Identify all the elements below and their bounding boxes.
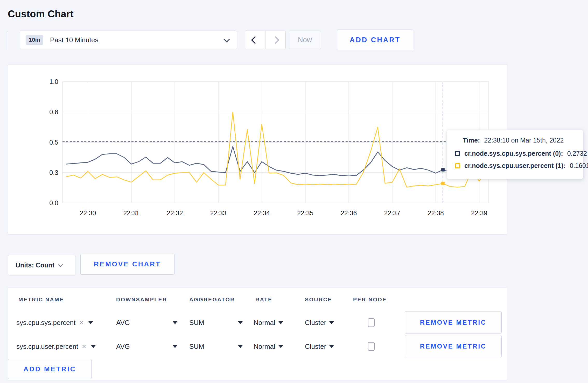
downsampler-select[interactable]: AVG — [116, 311, 177, 335]
caret-down-icon — [91, 345, 96, 348]
tooltip-time-label: Time: — [463, 137, 480, 144]
per-node-cell — [368, 311, 375, 335]
source-select[interactable]: Cluster — [305, 311, 334, 335]
now-button[interactable]: Now — [289, 31, 321, 49]
remove-metric-button[interactable]: REMOVE METRIC — [405, 335, 502, 357]
chevron-right-icon — [271, 36, 279, 44]
add-chart-button[interactable]: ADD CHART — [337, 30, 413, 50]
time-pager — [245, 31, 286, 49]
page-title: Custom Chart — [8, 9, 74, 20]
caret-down-icon — [88, 321, 93, 324]
chart-card: 0.00.30.50.81.022:3022:3122:3222:3322:34… — [8, 64, 507, 235]
per-node-checkbox[interactable] — [368, 318, 375, 327]
x-axis-tick-label: 22:39 — [471, 209, 487, 217]
aggregator-value: SUM — [189, 319, 204, 327]
source-select[interactable]: Cluster — [305, 335, 334, 358]
x-axis-tick-label: 22:30 — [80, 209, 96, 217]
rate-value: Normal — [254, 319, 275, 327]
aggregator-select[interactable]: SUM — [189, 311, 243, 335]
y-axis-tick-label: 0.3 — [49, 169, 58, 176]
column-header-downsampler: DOWNSAMPLER — [116, 296, 167, 303]
downsampler-value: AVG — [116, 319, 130, 327]
aggregator-value: SUM — [189, 343, 204, 351]
source-value: Cluster — [305, 343, 326, 351]
metric-name-cell[interactable]: sys.cpu.user.percent × — [16, 335, 96, 358]
series-line-1 — [66, 112, 486, 187]
chevron-down-icon — [58, 262, 63, 267]
prev-time-button[interactable] — [245, 31, 265, 49]
column-header-source: SOURCE — [305, 296, 332, 303]
y-axis-tick-label: 0.0 — [49, 199, 58, 207]
tooltip-series-name: cr.node.sys.cpu.user.percent (1): — [464, 162, 565, 169]
remove-chart-button[interactable]: REMOVE CHART — [80, 254, 174, 275]
toolbar-divider — [8, 33, 8, 50]
rate-value: Normal — [254, 343, 275, 351]
units-select[interactable]: Units: Count — [8, 255, 75, 275]
caret-down-icon — [278, 321, 283, 324]
rate-select[interactable]: Normal — [254, 311, 283, 335]
caret-down-icon — [329, 345, 334, 348]
tooltip-time-value: 22:38:10 on Mar 15th, 2022 — [484, 137, 564, 144]
x-axis-tick-label: 22:33 — [210, 209, 227, 217]
units-select-label: Units: Count — [16, 261, 54, 269]
caret-down-icon — [329, 321, 334, 324]
downsampler-select[interactable]: AVG — [116, 335, 177, 358]
hover-point-marker — [441, 168, 445, 172]
clear-metric-icon[interactable]: × — [79, 319, 84, 327]
metric-name-cell[interactable]: sys.cpu.sys.percent × — [16, 311, 93, 335]
user-percent-legend-swatch-icon — [455, 163, 460, 168]
y-axis-tick-label: 0.8 — [49, 108, 58, 116]
downsampler-value: AVG — [116, 343, 130, 351]
tooltip-series-value: 0.2732 — [567, 150, 587, 157]
y-axis-tick-label: 1.0 — [49, 78, 58, 85]
per-node-checkbox[interactable] — [368, 342, 375, 351]
time-range-badge: 10m — [26, 35, 43, 45]
caret-down-icon — [238, 345, 243, 348]
tooltip-series-row: cr.node.sys.cpu.sys.percent (0): 0.2732 — [455, 150, 575, 157]
rate-select[interactable]: Normal — [254, 335, 283, 358]
metric-name-label: sys.cpu.user.percent — [16, 343, 78, 351]
x-axis-tick-label: 22:38 — [428, 209, 444, 217]
chevron-down-icon — [223, 36, 230, 42]
tooltip-series-value: 0.1601 — [570, 162, 588, 169]
add-metric-button[interactable]: ADD METRIC — [8, 359, 92, 379]
x-axis-tick-label: 22:32 — [167, 209, 183, 217]
remove-metric-button[interactable]: REMOVE METRIC — [405, 311, 502, 334]
x-axis-tick-label: 22:37 — [384, 209, 401, 217]
time-range-dropdown[interactable]: 10m Past 10 Minutes — [20, 31, 237, 49]
sys-percent-legend-swatch-icon — [455, 151, 460, 156]
y-axis-tick-label: 0.5 — [49, 139, 58, 146]
x-axis-tick-label: 22:34 — [254, 209, 270, 217]
clear-metric-icon[interactable]: × — [82, 343, 86, 350]
source-value: Cluster — [305, 319, 326, 327]
chevron-left-icon — [251, 36, 259, 44]
series-line-0 — [66, 146, 486, 175]
hover-point-marker — [441, 182, 445, 185]
metric-name-label: sys.cpu.sys.percent — [16, 319, 75, 327]
time-range-label: Past 10 Minutes — [50, 36, 98, 44]
tooltip-series-row: cr.node.sys.cpu.user.percent (1): 0.1601 — [455, 162, 575, 169]
chart-tooltip: Time: 22:38:10 on Mar 15th, 2022 cr.node… — [446, 130, 583, 179]
aggregator-select[interactable]: SUM — [189, 335, 243, 358]
x-axis-tick-label: 22:35 — [297, 209, 313, 217]
caret-down-icon — [238, 321, 243, 324]
next-time-button[interactable] — [265, 31, 286, 49]
column-header-metric-name: METRIC NAME — [18, 296, 64, 303]
x-axis-tick-label: 22:36 — [341, 209, 357, 217]
caret-down-icon — [173, 321, 177, 324]
column-header-rate: RATE — [255, 296, 272, 303]
column-header-per-node: PER NODE — [353, 296, 387, 303]
caret-down-icon — [173, 345, 177, 348]
caret-down-icon — [278, 345, 283, 348]
x-axis-tick-label: 22:31 — [123, 209, 139, 217]
column-header-aggregator: AGGREGATOR — [189, 296, 235, 303]
cpu-usage-chart[interactable]: 0.00.30.50.81.022:3022:3122:3222:3322:34… — [8, 65, 507, 235]
per-node-cell — [368, 335, 375, 358]
tooltip-series-name: cr.node.sys.cpu.sys.percent (0): — [464, 150, 563, 157]
tooltip-time-row: Time: 22:38:10 on Mar 15th, 2022 — [463, 137, 575, 144]
